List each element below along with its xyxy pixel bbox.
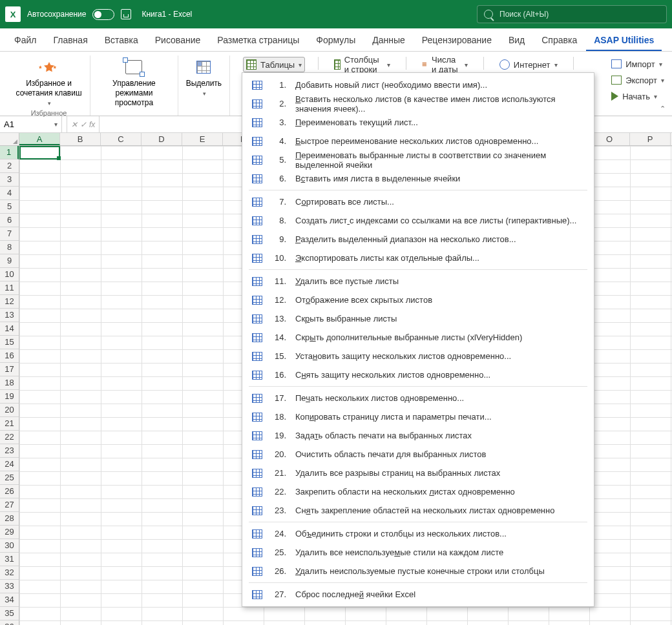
menu-item[interactable]: 22.Закрепить области на нескольких листа… [242,482,594,501]
row-header[interactable]: 18 [0,376,19,390]
favorites-button[interactable]: Избранное исочетания клавиш ▾ [16,56,82,108]
menu-item[interactable]: 25.Удалить все неиспользуемые стили на к… [242,543,594,562]
import-button[interactable]: Импорт ▾ [611,57,664,71]
menu-item[interactable]: 7.Сортировать все листы... [242,192,594,211]
ribbon-tab-7[interactable]: Рецензирование [414,30,499,51]
column-header[interactable]: O [589,133,630,145]
ribbon-tab-3[interactable]: Рисование [147,30,209,51]
column-header[interactable]: C [101,133,142,145]
autosave-toggle[interactable] [92,9,114,20]
row-header[interactable]: 3 [0,173,19,187]
row-header[interactable]: 21 [0,417,19,431]
menu-item[interactable]: 23.Снять закрепление областей на несколь… [242,501,594,520]
menu-item[interactable]: 27.Сброс последней ячейки Excel [242,585,594,604]
menu-item[interactable]: 15.Установить защиту нескольких листов о… [242,347,594,365]
ribbon-tab-9[interactable]: Справка [534,30,585,51]
menu-item[interactable]: 21.Удалить все разрывы страниц на выбран… [242,464,594,482]
ribbon-tab-2[interactable]: Вставка [97,30,146,51]
menu-item[interactable]: 13.Скрыть выбранные листы [242,309,594,328]
menu-item[interactable]: 8.Создать лист с индексами со ссылками н… [242,211,594,230]
ribbon-collapse-button[interactable]: ⌃ [656,104,668,113]
select-all-corner[interactable] [0,133,19,146]
fx-icon[interactable]: fx [89,120,95,129]
menu-item[interactable]: 1.Добавить новый лист (необходимо ввести… [242,76,594,94]
row-header[interactable]: 20 [0,404,19,417]
row-header[interactable]: 5 [0,200,19,214]
row-header[interactable]: 7 [0,227,19,241]
row-header[interactable]: 16 [0,349,19,363]
ribbon-tab-6[interactable]: Данные [364,30,413,51]
columns-rows-dropdown[interactable]: Столбцы и строки ▾ [331,57,394,72]
row-header[interactable]: 32 [0,566,19,580]
selected-cell[interactable] [19,146,60,159]
ribbon-tab-0[interactable]: Файл [6,30,44,51]
row-header[interactable]: 2 [0,159,19,173]
row-header[interactable]: 23 [0,444,19,458]
row-header[interactable]: 9 [0,254,19,268]
tables-dropdown[interactable]: Таблицы ▾ [243,57,305,72]
menu-item[interactable]: 3.Переименовать текущий лист... [242,113,594,132]
menu-item[interactable]: 24.Объединить строки и столбцы из нескол… [242,524,594,543]
export-button[interactable]: Экспорт ▾ [611,73,664,87]
row-header[interactable]: 11 [0,282,19,295]
row-header[interactable]: 22 [0,431,19,444]
row-header[interactable]: 25 [0,471,19,485]
column-header[interactable]: B [60,133,101,145]
row-header[interactable]: 24 [0,458,19,471]
menu-item[interactable]: 17.Печать нескольких листов одновременно… [242,389,594,407]
row-header[interactable]: 17 [0,363,19,376]
menu-item[interactable]: 18.Копировать страницу листа и параметры… [242,407,594,426]
row-header[interactable]: 1 [0,146,19,159]
ribbon-tab-8[interactable]: Вид [501,30,532,51]
row-header[interactable]: 15 [0,336,19,349]
menu-item[interactable]: 2.Вставить несколько листов (в качестве … [242,94,594,113]
row-header[interactable]: 26 [0,485,19,498]
menu-item[interactable]: 5.Переименовать выбранные листы в соотве… [242,150,594,169]
fill-handle[interactable] [57,156,61,160]
menu-item[interactable]: 9.Разделить выделенный диапазон на неско… [242,230,594,249]
manage-views-button[interactable]: Управлениережимами просмотра [98,56,170,108]
row-header[interactable]: 27 [0,498,19,512]
menu-item[interactable]: 16.Снять защиту нескольких листов одновр… [242,365,594,384]
row-header[interactable]: 8 [0,241,19,254]
menu-item[interactable]: 26.Удалить неиспользуемые пустые конечны… [242,562,594,580]
menu-item[interactable]: 4.Быстрое переименование нескольких лист… [242,132,594,150]
row-header[interactable]: 30 [0,539,19,553]
menu-item[interactable]: 11.Удалить все пустые листы [242,272,594,291]
menu-item[interactable]: 20.Очистить область печати для выбранных… [242,445,594,464]
row-header[interactable]: 29 [0,526,19,539]
internet-dropdown[interactable]: Интернет ▾ [497,57,560,72]
enter-icon[interactable]: ✓ [80,120,87,129]
row-header[interactable]: 19 [0,390,19,404]
row-header[interactable]: 12 [0,295,19,309]
row-header[interactable]: 13 [0,309,19,322]
menu-item[interactable]: 10.Экспортировать листы как отдельные фа… [242,249,594,267]
start-button[interactable]: Начать ▾ [611,89,664,103]
row-header[interactable]: 33 [0,580,19,593]
ribbon-tab-5[interactable]: Формулы [308,30,363,51]
save-icon[interactable] [121,9,131,19]
select-button[interactable]: Выделить▾ [186,56,222,104]
menu-item[interactable]: 12.Отображение всех скрытых листов [242,291,594,309]
menu-item[interactable]: 6.Вставить имя листа в выделенные ячейки [242,169,594,188]
row-header[interactable]: 34 [0,593,19,607]
row-header[interactable]: 4 [0,187,19,200]
row-header[interactable]: 35 [0,607,19,620]
numbers-dates-dropdown[interactable]: ≡ Числа и даты ▾ [419,57,470,72]
menu-item[interactable]: 14.Скрыть дополнительные выбранные листы… [242,328,594,347]
row-header[interactable]: 14 [0,322,19,336]
row-header[interactable]: 31 [0,553,19,566]
column-header[interactable]: P [630,133,671,145]
column-header[interactable]: E [182,133,223,145]
ribbon-tab-4[interactable]: Разметка страницы [209,30,307,51]
column-header[interactable]: D [142,133,182,145]
column-header[interactable]: A [19,133,60,145]
row-header[interactable]: 36 [0,620,19,625]
row-header[interactable]: 10 [0,268,19,282]
row-header[interactable]: 6 [0,214,19,227]
ribbon-tab-10[interactable]: ASAP Utilities [586,30,662,51]
cancel-icon[interactable]: ✕ [71,120,78,129]
menu-item[interactable]: 19.Задать область печати на выбранных ли… [242,426,594,445]
ribbon-tab-1[interactable]: Главная [45,30,95,51]
row-header[interactable]: 28 [0,512,19,526]
